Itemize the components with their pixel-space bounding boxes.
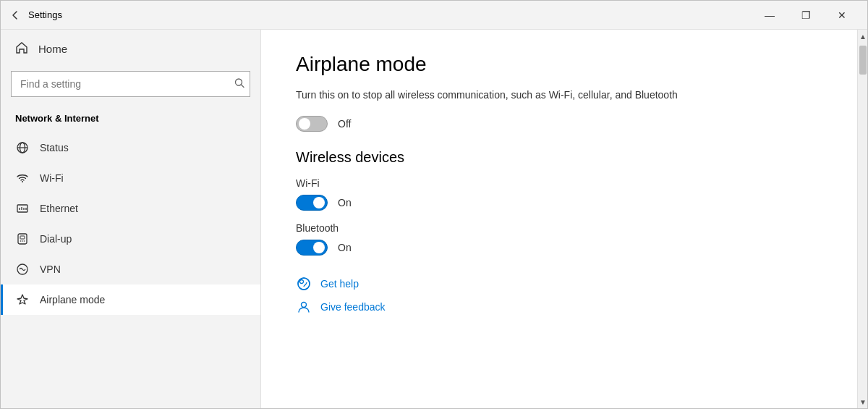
sidebar-item-wifi[interactable]: Wi-Fi: [1, 163, 260, 193]
help-section: Get help Give feedback: [296, 276, 822, 315]
settings-window: Settings — ❐ ✕ Home: [0, 0, 868, 409]
give-feedback-label: Give feedback: [320, 301, 386, 313]
bluetooth-toggle-knob: [313, 242, 325, 253]
airplane-label: Airplane mode: [40, 294, 105, 305]
svg-rect-12: [20, 236, 25, 239]
scrollbar[interactable]: ▲ ▼: [857, 30, 867, 408]
vpn-label: VPN: [40, 263, 61, 275]
svg-point-14: [22, 240, 23, 242]
sidebar-item-airplane[interactable]: Airplane mode: [1, 284, 260, 315]
page-title: Airplane mode: [296, 53, 822, 76]
scroll-up-arrow[interactable]: ▲: [858, 30, 867, 43]
scroll-thumb[interactable]: [859, 46, 867, 75]
give-feedback-icon: [296, 299, 312, 315]
sidebar-item-home[interactable]: Home: [1, 30, 260, 68]
search-icon: [234, 78, 244, 90]
search-input[interactable]: [11, 71, 250, 97]
sidebar-item-status[interactable]: Status: [1, 132, 260, 163]
svg-point-15: [24, 240, 25, 242]
toggle-knob: [299, 118, 310, 130]
dialup-label: Dial-up: [40, 233, 72, 245]
search-box: [11, 71, 250, 97]
svg-point-5: [22, 181, 23, 182]
dialup-icon: [15, 232, 30, 245]
window-title: Settings: [28, 9, 62, 20]
main-content: Airplane mode Turn this on to stop all w…: [261, 30, 857, 408]
ethernet-label: Ethernet: [40, 203, 78, 214]
bluetooth-toggle-row: On: [296, 240, 822, 256]
maximize-button[interactable]: ❐: [789, 4, 822, 26]
vpn-icon: [15, 263, 30, 276]
bluetooth-toggle-label: On: [338, 242, 352, 253]
airplane-toggle-label: Off: [338, 118, 351, 130]
airplane-description: Turn this on to stop all wireless commun…: [296, 88, 730, 103]
titlebar-left: Settings: [9, 9, 62, 21]
wifi-device-section: Wi-Fi On: [296, 177, 822, 211]
ethernet-icon: [15, 202, 30, 215]
sidebar-item-ethernet[interactable]: Ethernet: [1, 193, 260, 224]
wifi-icon: [15, 172, 30, 185]
wifi-toggle-label: On: [338, 197, 352, 208]
titlebar: Settings — ❐ ✕: [1, 1, 867, 30]
sidebar: Home Network & Internet: [1, 30, 261, 408]
get-help-label: Get help: [320, 278, 359, 290]
sidebar-section-title: Network & Internet: [1, 107, 260, 132]
airplane-toggle[interactable]: [296, 116, 328, 132]
wifi-device-label: Wi-Fi: [296, 177, 822, 189]
get-help-link[interactable]: Get help: [296, 276, 822, 292]
wifi-toggle[interactable]: [296, 195, 328, 211]
bluetooth-device-label: Bluetooth: [296, 222, 822, 234]
svg-line-1: [242, 85, 244, 88]
wifi-label: Wi-Fi: [40, 172, 64, 184]
minimize-button[interactable]: —: [753, 4, 786, 26]
airplane-icon: [15, 293, 30, 306]
sidebar-item-vpn[interactable]: VPN: [1, 254, 260, 284]
home-icon: [15, 41, 28, 56]
globe-icon: [15, 141, 30, 154]
get-help-icon: [296, 276, 312, 292]
content-area: Home Network & Internet: [1, 30, 867, 408]
svg-point-13: [20, 240, 22, 242]
status-label: Status: [40, 142, 69, 153]
svg-point-20: [302, 303, 307, 308]
sidebar-item-dialup[interactable]: Dial-up: [1, 224, 260, 254]
give-feedback-link[interactable]: Give feedback: [296, 299, 822, 315]
back-button[interactable]: [9, 9, 21, 21]
scroll-down-arrow[interactable]: ▼: [858, 395, 867, 408]
close-button[interactable]: ✕: [825, 4, 859, 26]
wifi-toggle-row: On: [296, 195, 822, 211]
titlebar-controls: — ❐ ✕: [753, 4, 859, 26]
home-label: Home: [38, 43, 67, 55]
svg-point-18: [300, 280, 304, 284]
wifi-toggle-knob: [313, 197, 325, 208]
svg-point-19: [298, 278, 310, 290]
bluetooth-device-section: Bluetooth On: [296, 222, 822, 256]
bluetooth-toggle[interactable]: [296, 240, 328, 256]
airplane-toggle-row: Off: [296, 116, 822, 132]
wireless-section-title: Wireless devices: [296, 149, 822, 166]
